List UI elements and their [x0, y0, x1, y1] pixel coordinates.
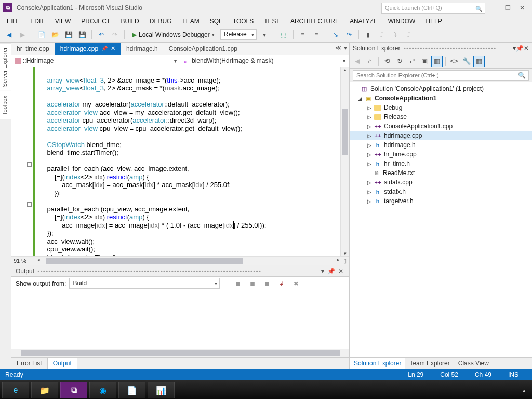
- collapse-icon[interactable]: -: [27, 202, 32, 207]
- close-icon[interactable]: ✕: [111, 45, 115, 52]
- uncomment-button[interactable]: ≡: [311, 29, 322, 41]
- expander-icon[interactable]: [366, 114, 373, 120]
- expander-icon[interactable]: [366, 105, 373, 111]
- code-editor[interactable]: - - array_view<float_3, 2> &acc_image = …: [11, 67, 349, 256]
- step-button2[interactable]: ⤵: [390, 29, 401, 41]
- step-button[interactable]: ⤴: [376, 29, 388, 41]
- scope-combo[interactable]: ::HdrImage: [11, 55, 180, 66]
- file-node[interactable]: targetver.h: [350, 196, 532, 206]
- expander-icon[interactable]: [366, 189, 373, 195]
- tab-sol-explorer[interactable]: Solution Explorer: [350, 358, 405, 369]
- folder-node[interactable]: Release: [350, 112, 532, 122]
- tab-scroll-left-icon[interactable]: ≪: [335, 44, 342, 51]
- close-icon[interactable]: ✕: [338, 268, 343, 275]
- output-source-combo[interactable]: Build: [69, 278, 220, 289]
- goto-next-icon[interactable]: ≣: [247, 278, 258, 289]
- collapse-icon[interactable]: -: [27, 162, 32, 167]
- open-button[interactable]: 📂: [49, 29, 61, 41]
- file-node[interactable]: hdrImage.h: [350, 140, 532, 150]
- horizontal-scrollbar[interactable]: [36, 257, 341, 265]
- menu-build[interactable]: BUILD: [116, 16, 143, 26]
- goto-prev-icon[interactable]: ≣: [232, 278, 244, 289]
- tab-error-list[interactable]: Error List: [11, 358, 47, 369]
- output-hscroll-thumb[interactable]: [21, 350, 340, 356]
- menu-window[interactable]: WINDOW: [383, 16, 420, 26]
- file-node[interactable]: ReadMe.txt: [350, 168, 532, 178]
- pin-icon[interactable]: 📌: [101, 46, 108, 51]
- rail-toolbox[interactable]: Toolbox: [0, 91, 11, 119]
- back-icon[interactable]: ◀: [352, 56, 363, 67]
- file-node[interactable]: ConsoleApplication1.cpp: [350, 122, 532, 131]
- grip-dots[interactable]: ▪▪▪▪▪▪▪▪▪▪▪▪▪▪▪▪▪▪▪▪▪▪▪▪▪▪▪▪▪▪▪▪▪▪▪▪▪▪▪▪…: [37, 268, 320, 275]
- menu-tools[interactable]: TOOLS: [228, 16, 258, 26]
- save-all-button[interactable]: 💾: [76, 29, 88, 41]
- pin-icon[interactable]: 📌: [516, 45, 524, 52]
- file-node[interactable]: stdafx.h: [350, 187, 532, 196]
- grip-dots[interactable]: ▪▪▪▪▪▪▪▪▪▪▪▪▪▪▪▪▪▪▪▪▪▪▪▪▪▪▪▪▪▪▪▪▪▪: [403, 45, 513, 52]
- menu-file[interactable]: FILE: [2, 16, 24, 26]
- quick-launch-input[interactable]: Quick Launch (Ctrl+Q) 🔍: [381, 3, 485, 14]
- view-icon[interactable]: ▦: [473, 56, 485, 67]
- menu-test[interactable]: TEST: [259, 16, 285, 26]
- tab-dropdown-icon[interactable]: ▾: [344, 44, 347, 51]
- solution-tree[interactable]: ◫ Solution 'ConsoleApplication1' (1 proj…: [350, 82, 532, 357]
- pin-icon[interactable]: 📌: [327, 268, 335, 275]
- solution-node[interactable]: ◫ Solution 'ConsoleApplication1' (1 proj…: [350, 84, 532, 94]
- hscroll-thumb[interactable]: [46, 258, 243, 264]
- find-button[interactable]: ⬚: [278, 29, 289, 41]
- menu-analyze[interactable]: ANALYZE: [345, 16, 382, 26]
- toggle-wrap-icon[interactable]: ↲: [276, 278, 287, 289]
- menu-team[interactable]: TEAM: [177, 16, 204, 26]
- project-node[interactable]: ▣ ConsoleApplication1: [350, 94, 532, 103]
- output-hscroll[interactable]: [11, 349, 349, 357]
- expander-icon[interactable]: [366, 198, 373, 204]
- menu-view[interactable]: VIEW: [50, 16, 76, 26]
- clear-icon[interactable]: ≣: [261, 278, 273, 289]
- folder-node[interactable]: Debug: [350, 103, 532, 112]
- teamviewer-icon[interactable]: ◉: [89, 382, 116, 398]
- code-text[interactable]: array_view<float_3, 2> &acc_image = *(th…: [36, 67, 340, 256]
- platform-button[interactable]: ▾: [259, 29, 270, 41]
- close-icon[interactable]: ✕: [524, 45, 529, 52]
- step-button3[interactable]: ⤴: [403, 29, 415, 41]
- sol-search-input[interactable]: [353, 70, 529, 81]
- tab-output[interactable]: Output: [47, 357, 77, 369]
- minimize-button[interactable]: —: [486, 3, 500, 13]
- expander-icon[interactable]: [366, 180, 373, 185]
- menu-help[interactable]: HELP: [421, 16, 446, 26]
- splitter-icon[interactable]: ▯: [341, 258, 349, 264]
- config-combo[interactable]: Release: [220, 29, 257, 40]
- restore-button[interactable]: ❐: [501, 3, 514, 13]
- nav-back-button[interactable]: ◀: [3, 29, 15, 41]
- output-body[interactable]: [11, 290, 349, 349]
- breakpoint-button[interactable]: ▮: [363, 29, 374, 41]
- expander-icon[interactable]: [366, 124, 373, 129]
- sync-icon[interactable]: ⟲: [381, 56, 393, 67]
- comment-button[interactable]: ≡: [297, 29, 309, 41]
- file-node[interactable]: hdrImage.cpp: [350, 131, 532, 140]
- menu-sql[interactable]: SQL: [205, 16, 227, 26]
- vs-icon[interactable]: ⧉: [60, 382, 87, 398]
- menu-edit[interactable]: EDIT: [25, 16, 49, 26]
- close-window-button[interactable]: ✕: [515, 3, 529, 13]
- step-over-button[interactable]: ↷: [343, 29, 355, 41]
- tab-class-view[interactable]: Class View: [454, 358, 493, 369]
- dropdown-icon[interactable]: ▾: [321, 268, 324, 275]
- menu-project[interactable]: PROJECT: [76, 16, 115, 26]
- show-all-icon[interactable]: ▣: [419, 56, 430, 67]
- refresh-icon[interactable]: ↻: [394, 56, 405, 67]
- file-node[interactable]: stdafx.cpp: [350, 178, 532, 187]
- expander-icon[interactable]: [366, 133, 373, 139]
- expander-icon[interactable]: [366, 161, 373, 167]
- undo-button[interactable]: ↶: [96, 29, 107, 41]
- redo-button[interactable]: ↷: [109, 29, 121, 41]
- new-project-button[interactable]: 📄: [36, 29, 47, 41]
- home-icon[interactable]: ⌂: [364, 56, 376, 67]
- explorer-icon[interactable]: 📁: [31, 382, 58, 398]
- zoom-combo[interactable]: 91 %: [11, 258, 36, 264]
- rail-server-explorer[interactable]: Server Explorer: [0, 43, 11, 91]
- code-icon[interactable]: <>: [448, 56, 460, 67]
- menu-debug[interactable]: DEBUG: [145, 16, 177, 26]
- notepad-icon[interactable]: 📄: [118, 382, 145, 398]
- ie-icon[interactable]: e: [2, 382, 29, 398]
